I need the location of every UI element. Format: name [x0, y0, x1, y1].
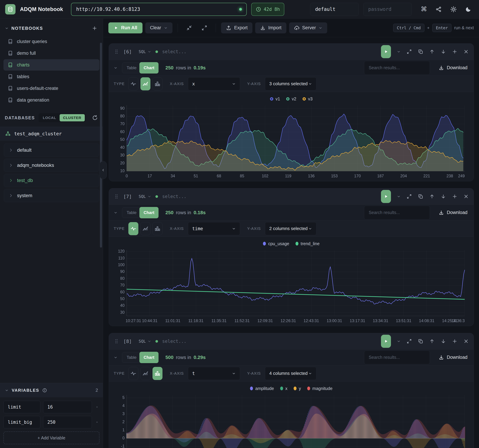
chevron-down-icon[interactable] — [5, 26, 9, 30]
dark-mode-icon[interactable] — [465, 6, 472, 12]
sidebar-item-demo-full[interactable]: demo full — [3, 47, 100, 59]
duplicate-cell-icon[interactable] — [418, 194, 423, 199]
local-toggle-option[interactable]: LOCAL — [40, 114, 60, 121]
search-results-input[interactable]: Search results... — [364, 351, 430, 364]
line-type-button[interactable] — [128, 77, 138, 90]
password-field[interactable]: password — [363, 3, 412, 16]
table-tab[interactable]: Table — [122, 207, 141, 218]
delete-cell-icon[interactable] — [463, 338, 469, 344]
refresh-databases-icon[interactable] — [92, 115, 98, 121]
run-cell-button[interactable] — [381, 45, 391, 58]
bar-type-button[interactable] — [153, 367, 162, 380]
collapse-all-icon[interactable] — [186, 25, 192, 31]
cell-language-selector[interactable]: SQL — [139, 194, 152, 199]
share-icon[interactable] — [436, 6, 442, 12]
move-cell-up-icon[interactable] — [429, 338, 435, 344]
legend-item-magnitude[interactable]: magnitude — [307, 386, 333, 391]
database-item-system[interactable]: system — [4, 189, 99, 202]
sidebar-item-data-generation[interactable]: data generation — [3, 94, 100, 106]
run-cell-button[interactable] — [381, 190, 391, 203]
download-button[interactable]: Download — [439, 65, 467, 71]
run-options-chevron-icon[interactable] — [397, 339, 401, 343]
legend-item-cpu_usage[interactable]: cpu_usage — [263, 241, 289, 246]
download-button[interactable]: Download — [439, 355, 467, 360]
clear-button[interactable]: Clear — [145, 22, 173, 33]
move-cell-down-icon[interactable] — [441, 49, 446, 54]
database-item-test_db[interactable]: test_db — [4, 174, 99, 187]
chart-tab[interactable]: Chart — [140, 207, 159, 218]
y-axis-select[interactable]: 4 columns selected — [265, 367, 316, 380]
table-tab[interactable]: Table — [122, 63, 141, 73]
username-field[interactable]: default — [310, 3, 359, 16]
legend-item-amplitude[interactable]: amplitude — [250, 386, 274, 391]
command-icon[interactable]: ⌘ — [420, 6, 427, 13]
add-cell-icon[interactable] — [452, 194, 458, 199]
remove-variable-icon[interactable] — [95, 420, 100, 425]
import-button[interactable]: Import — [255, 22, 286, 33]
cluster-toggle-option[interactable]: CLUSTER — [60, 114, 85, 121]
search-results-input[interactable]: Search results... — [364, 206, 430, 220]
chart-tab[interactable]: Chart — [140, 352, 159, 363]
area-type-button[interactable] — [140, 367, 150, 380]
variable-value-input[interactable]: 250 — [43, 416, 92, 428]
x-axis-select[interactable]: x — [188, 77, 240, 90]
area-type-button[interactable] — [140, 222, 150, 235]
collapse-results-icon[interactable] — [114, 356, 118, 359]
bar-type-button[interactable] — [153, 222, 162, 235]
duplicate-cell-icon[interactable] — [418, 338, 423, 344]
download-button[interactable]: Download — [439, 210, 467, 215]
info-icon[interactable] — [42, 388, 47, 393]
expand-cell-icon[interactable] — [406, 338, 412, 344]
sidebar-item-cluster-queries[interactable]: cluster queries — [3, 36, 100, 47]
drag-handle-icon[interactable] — [114, 194, 119, 199]
add-variable-button[interactable]: + Add Variable — [3, 431, 100, 444]
legend-item-trend_line[interactable]: trend_line — [295, 241, 320, 246]
sidebar-collapse-handle[interactable] — [100, 161, 107, 179]
export-button[interactable]: Export — [221, 22, 253, 33]
legend-item-v2[interactable]: v2 — [286, 97, 296, 101]
bar-type-button[interactable] — [153, 77, 162, 90]
expand-all-icon[interactable] — [201, 25, 207, 31]
move-cell-up-icon[interactable] — [429, 49, 435, 54]
remove-variable-icon[interactable] — [95, 405, 100, 409]
cell-language-selector[interactable]: SQL — [139, 339, 152, 344]
database-item-default[interactable]: default — [4, 143, 99, 157]
collapse-results-icon[interactable] — [114, 66, 118, 70]
legend-item-y[interactable]: y — [294, 386, 301, 391]
table-tab[interactable]: Table — [122, 352, 141, 363]
add-cell-icon[interactable] — [452, 49, 458, 54]
run-options-chevron-icon[interactable] — [397, 50, 401, 53]
expand-cell-icon[interactable] — [406, 194, 412, 199]
expand-cell-icon[interactable] — [406, 49, 412, 54]
add-notebook-button[interactable] — [92, 26, 97, 31]
duplicate-cell-icon[interactable] — [418, 49, 423, 54]
search-results-input[interactable]: Search results... — [364, 61, 430, 75]
x-axis-select[interactable]: t — [188, 367, 240, 380]
sidebar-item-charts[interactable]: charts — [3, 59, 100, 71]
collapse-results-icon[interactable] — [114, 211, 118, 214]
line-type-button[interactable] — [128, 222, 138, 235]
add-cell-icon[interactable] — [452, 338, 458, 344]
sidebar-item-users-default-create[interactable]: users-default-create — [3, 83, 100, 94]
legend-item-v3[interactable]: v3 — [303, 97, 313, 101]
settings-icon[interactable] — [450, 6, 457, 13]
variable-name-input[interactable]: limit_big — [3, 416, 40, 428]
delete-cell-icon[interactable] — [463, 49, 469, 54]
y-axis-select[interactable]: 2 columns selected — [265, 222, 316, 235]
server-button[interactable]: Server — [289, 22, 327, 33]
chevron-down-icon[interactable] — [5, 389, 9, 392]
variable-name-input[interactable]: limit — [3, 401, 40, 413]
cluster-name-row[interactable]: test_adqm_cluster — [0, 127, 103, 141]
run-options-chevron-icon[interactable] — [397, 195, 401, 198]
server-url-input[interactable]: http://10.92.40.6:8123 — [71, 3, 247, 16]
line-type-button[interactable] — [128, 367, 138, 380]
drag-handle-icon[interactable] — [114, 338, 119, 344]
database-item-adqm_notebooks[interactable]: adqm_notebooks — [4, 159, 99, 172]
variable-value-input[interactable]: 16 — [43, 401, 92, 413]
move-cell-up-icon[interactable] — [429, 194, 435, 199]
drag-handle-icon[interactable] — [114, 49, 119, 54]
delete-cell-icon[interactable] — [463, 194, 469, 199]
run-cell-button[interactable] — [381, 335, 391, 348]
cell-language-selector[interactable]: SQL — [139, 49, 152, 54]
run-all-button[interactable]: Run All — [108, 22, 142, 33]
